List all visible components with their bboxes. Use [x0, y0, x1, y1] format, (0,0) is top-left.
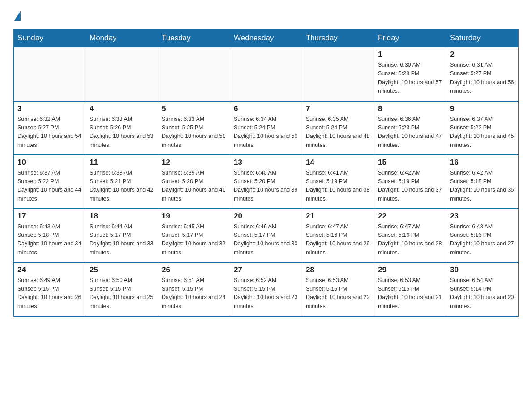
calendar-cell: 2Sunrise: 6:31 AMSunset: 5:27 PMDaylight…	[446, 47, 519, 101]
day-number: 18	[90, 212, 154, 221]
day-info: Sunrise: 6:45 AMSunset: 5:17 PMDaylight:…	[162, 223, 226, 257]
calendar-cell: 17Sunrise: 6:43 AMSunset: 5:18 PMDayligh…	[14, 209, 86, 262]
day-number: 23	[450, 212, 515, 221]
day-info: Sunrise: 6:51 AMSunset: 5:15 PMDaylight:…	[162, 276, 226, 311]
day-info: Sunrise: 6:30 AMSunset: 5:28 PMDaylight:…	[378, 61, 442, 96]
day-of-week-header: Sunday	[14, 29, 86, 47]
calendar-cell: 13Sunrise: 6:40 AMSunset: 5:20 PMDayligh…	[230, 155, 302, 209]
calendar-cell: 7Sunrise: 6:35 AMSunset: 5:24 PMDaylight…	[302, 101, 374, 155]
calendar-cell: 10Sunrise: 6:37 AMSunset: 5:22 PMDayligh…	[14, 155, 86, 209]
day-info: Sunrise: 6:31 AMSunset: 5:27 PMDaylight:…	[450, 61, 515, 96]
day-number: 11	[90, 158, 154, 167]
calendar-cell: 12Sunrise: 6:39 AMSunset: 5:20 PMDayligh…	[158, 155, 230, 209]
calendar-cell: 14Sunrise: 6:41 AMSunset: 5:19 PMDayligh…	[302, 155, 374, 209]
day-info: Sunrise: 6:50 AMSunset: 5:15 PMDaylight:…	[90, 276, 154, 311]
day-number: 22	[378, 212, 442, 221]
calendar-cell: 1Sunrise: 6:30 AMSunset: 5:28 PMDaylight…	[374, 47, 446, 101]
calendar-cell: 28Sunrise: 6:53 AMSunset: 5:15 PMDayligh…	[302, 262, 374, 316]
calendar-cell: 25Sunrise: 6:50 AMSunset: 5:15 PMDayligh…	[86, 262, 158, 316]
day-of-week-header: Monday	[86, 29, 158, 47]
day-number: 6	[234, 104, 298, 113]
day-number: 28	[306, 265, 370, 274]
calendar-cell: 5Sunrise: 6:33 AMSunset: 5:25 PMDaylight…	[158, 101, 230, 155]
calendar-cell	[86, 47, 158, 101]
calendar-cell: 27Sunrise: 6:52 AMSunset: 5:15 PMDayligh…	[230, 262, 302, 316]
day-number: 16	[450, 158, 515, 167]
calendar-cell: 23Sunrise: 6:48 AMSunset: 5:16 PMDayligh…	[446, 209, 519, 262]
day-info: Sunrise: 6:36 AMSunset: 5:23 PMDaylight:…	[378, 115, 442, 150]
day-info: Sunrise: 6:37 AMSunset: 5:22 PMDaylight:…	[17, 169, 82, 204]
day-info: Sunrise: 6:41 AMSunset: 5:19 PMDaylight:…	[306, 169, 370, 204]
day-number: 20	[234, 212, 298, 221]
calendar-cell: 3Sunrise: 6:32 AMSunset: 5:27 PMDaylight…	[14, 101, 86, 155]
calendar-cell: 24Sunrise: 6:49 AMSunset: 5:15 PMDayligh…	[14, 262, 86, 316]
calendar-cell	[302, 47, 374, 101]
day-number: 9	[450, 104, 515, 113]
day-number: 10	[17, 158, 82, 167]
calendar-cell: 18Sunrise: 6:44 AMSunset: 5:17 PMDayligh…	[86, 209, 158, 262]
calendar-cell: 21Sunrise: 6:47 AMSunset: 5:16 PMDayligh…	[302, 209, 374, 262]
day-number: 15	[378, 158, 442, 167]
day-of-week-header: Tuesday	[158, 29, 230, 47]
day-info: Sunrise: 6:37 AMSunset: 5:22 PMDaylight:…	[450, 115, 515, 150]
day-info: Sunrise: 6:38 AMSunset: 5:21 PMDaylight:…	[90, 169, 154, 204]
day-info: Sunrise: 6:53 AMSunset: 5:15 PMDaylight:…	[306, 276, 370, 311]
calendar-cell: 9Sunrise: 6:37 AMSunset: 5:22 PMDaylight…	[446, 101, 519, 155]
logo	[13, 9, 21, 21]
day-number: 19	[162, 212, 226, 221]
calendar-cell: 4Sunrise: 6:33 AMSunset: 5:26 PMDaylight…	[86, 101, 158, 155]
calendar-cell: 16Sunrise: 6:42 AMSunset: 5:18 PMDayligh…	[446, 155, 519, 209]
day-number: 14	[306, 158, 370, 167]
calendar-cell: 20Sunrise: 6:46 AMSunset: 5:17 PMDayligh…	[230, 209, 302, 262]
day-number: 29	[378, 265, 442, 274]
day-info: Sunrise: 6:47 AMSunset: 5:16 PMDaylight:…	[306, 223, 370, 257]
day-info: Sunrise: 6:34 AMSunset: 5:24 PMDaylight:…	[234, 115, 298, 150]
day-number: 13	[234, 158, 298, 167]
calendar-week-row: 1Sunrise: 6:30 AMSunset: 5:28 PMDaylight…	[14, 47, 519, 101]
day-info: Sunrise: 6:33 AMSunset: 5:25 PMDaylight:…	[162, 115, 226, 150]
day-number: 2	[450, 50, 515, 59]
day-info: Sunrise: 6:52 AMSunset: 5:15 PMDaylight:…	[234, 276, 298, 311]
days-header-row: SundayMondayTuesdayWednesdayThursdayFrid…	[14, 29, 519, 47]
calendar-cell: 22Sunrise: 6:47 AMSunset: 5:16 PMDayligh…	[374, 209, 446, 262]
day-info: Sunrise: 6:33 AMSunset: 5:26 PMDaylight:…	[90, 115, 154, 150]
day-number: 27	[234, 265, 298, 274]
day-info: Sunrise: 6:39 AMSunset: 5:20 PMDaylight:…	[162, 169, 226, 204]
day-number: 12	[162, 158, 226, 167]
day-info: Sunrise: 6:54 AMSunset: 5:14 PMDaylight:…	[450, 276, 515, 311]
day-of-week-header: Thursday	[302, 29, 374, 47]
calendar-week-row: 24Sunrise: 6:49 AMSunset: 5:15 PMDayligh…	[14, 262, 519, 316]
day-info: Sunrise: 6:35 AMSunset: 5:24 PMDaylight:…	[306, 115, 370, 150]
calendar-cell	[158, 47, 230, 101]
day-info: Sunrise: 6:32 AMSunset: 5:27 PMDaylight:…	[17, 115, 82, 150]
calendar-cell: 11Sunrise: 6:38 AMSunset: 5:21 PMDayligh…	[86, 155, 158, 209]
day-number: 8	[378, 104, 442, 113]
day-of-week-header: Friday	[374, 29, 446, 47]
day-number: 7	[306, 104, 370, 113]
day-number: 3	[17, 104, 82, 113]
calendar-cell: 26Sunrise: 6:51 AMSunset: 5:15 PMDayligh…	[158, 262, 230, 316]
calendar-cell	[230, 47, 302, 101]
day-number: 4	[90, 104, 154, 113]
day-info: Sunrise: 6:44 AMSunset: 5:17 PMDaylight:…	[90, 223, 154, 257]
day-number: 26	[162, 265, 226, 274]
day-number: 17	[17, 212, 82, 221]
calendar-week-row: 3Sunrise: 6:32 AMSunset: 5:27 PMDaylight…	[14, 101, 519, 155]
day-info: Sunrise: 6:43 AMSunset: 5:18 PMDaylight:…	[17, 223, 82, 257]
day-of-week-header: Saturday	[446, 29, 519, 47]
day-number: 5	[162, 104, 226, 113]
calendar-table: SundayMondayTuesdayWednesdayThursdayFrid…	[13, 29, 519, 317]
calendar-cell: 8Sunrise: 6:36 AMSunset: 5:23 PMDaylight…	[374, 101, 446, 155]
day-info: Sunrise: 6:48 AMSunset: 5:16 PMDaylight:…	[450, 223, 515, 257]
day-of-week-header: Wednesday	[230, 29, 302, 47]
calendar-cell: 15Sunrise: 6:42 AMSunset: 5:19 PMDayligh…	[374, 155, 446, 209]
page-header	[13, 9, 519, 21]
day-info: Sunrise: 6:42 AMSunset: 5:19 PMDaylight:…	[378, 169, 442, 204]
calendar-week-row: 17Sunrise: 6:43 AMSunset: 5:18 PMDayligh…	[14, 209, 519, 262]
day-number: 21	[306, 212, 370, 221]
calendar-header: SundayMondayTuesdayWednesdayThursdayFrid…	[14, 29, 519, 47]
calendar-cell: 30Sunrise: 6:54 AMSunset: 5:14 PMDayligh…	[446, 262, 519, 316]
day-number: 30	[450, 265, 515, 274]
day-info: Sunrise: 6:40 AMSunset: 5:20 PMDaylight:…	[234, 169, 298, 204]
calendar-week-row: 10Sunrise: 6:37 AMSunset: 5:22 PMDayligh…	[14, 155, 519, 209]
